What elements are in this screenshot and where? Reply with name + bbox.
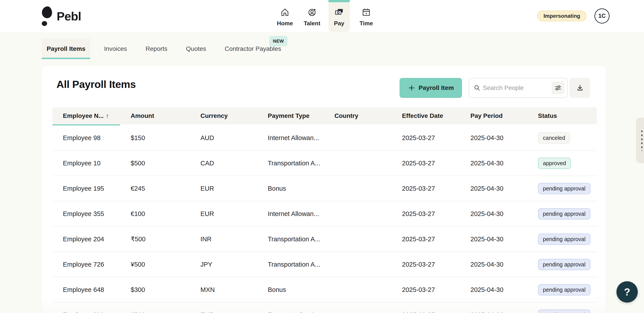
sliders-icon: [554, 84, 562, 92]
amount-cell: €100: [131, 210, 200, 218]
currency-cell: EUR: [200, 185, 268, 192]
employee-name-cell: Employee 648: [63, 286, 131, 294]
add-payroll-item-button[interactable]: Payroll Item: [400, 78, 462, 98]
status-cell: pending approval: [538, 208, 597, 220]
column-header-label: Effective Date: [402, 112, 443, 119]
status-badge: approved: [538, 158, 571, 169]
side-flap-tab[interactable]: [636, 118, 644, 163]
effective-date-cell: 2025-03-27: [402, 312, 470, 313]
effective-date-cell: 2025-03-27: [402, 210, 470, 218]
home-icon: [280, 7, 290, 18]
card-actions: Payroll Item: [400, 78, 590, 98]
search-input[interactable]: [481, 84, 552, 91]
amount-cell: ₹500: [131, 235, 200, 243]
column-header-pay-period[interactable]: Pay Period: [470, 112, 538, 119]
effective-date-cell: 2025-03-27: [402, 236, 470, 243]
payment-type-cell: Bonus: [268, 185, 334, 192]
table-row[interactable]: Employee 648$300MXNBonus2025-03-272025-0…: [52, 277, 597, 303]
table-row[interactable]: Employee 10$500CADTransportation A...202…: [52, 151, 597, 176]
currency-cell: INR: [200, 236, 268, 243]
pebl-logo[interactable]: Pebl: [41, 6, 81, 27]
status-badge: pending approval: [538, 183, 590, 194]
avatar[interactable]: 1C: [594, 8, 610, 23]
column-header-currency[interactable]: Currency: [200, 112, 268, 119]
help-button[interactable]: ?: [616, 281, 638, 303]
payment-type-cell: Bonus: [268, 286, 334, 294]
status-cell: pending approval: [538, 259, 597, 270]
payment-type-cell: Transportation A...: [268, 160, 334, 167]
tab-invoices[interactable]: Invoices: [99, 38, 132, 59]
employee-name-cell: Employee 355: [63, 210, 131, 218]
page-tab-strip: Payroll ItemsInvoicesReportsQuotesContra…: [42, 36, 644, 59]
download-icon: [576, 84, 584, 92]
status-badge: pending approval: [538, 259, 590, 270]
talent-icon: [307, 7, 317, 18]
status-cell: pending approval: [538, 284, 597, 296]
payment-type-cell: Transportation A...: [268, 261, 334, 268]
effective-date-cell: 2025-03-27: [402, 134, 470, 142]
logo-text: Pebl: [57, 10, 81, 22]
column-header-label: Employee N...: [63, 112, 104, 119]
tab-quotes[interactable]: Quotes: [181, 38, 211, 59]
employee-name-cell: Employee 204: [63, 236, 131, 243]
currency-cell: EUR: [200, 210, 268, 218]
column-header-label: Payment Type: [268, 112, 310, 119]
tab-contractor-payables[interactable]: Contractor PayablesNEW: [220, 38, 286, 59]
employee-name-cell: Employee 195: [63, 185, 131, 192]
download-button[interactable]: [570, 78, 590, 98]
nav-label: Talent: [304, 20, 320, 27]
tab-label: Reports: [146, 45, 167, 52]
nav-item-home[interactable]: Home: [274, 0, 296, 32]
pay-icon: [334, 7, 344, 18]
nav-item-talent[interactable]: Talent: [301, 0, 323, 32]
column-header-payment-type[interactable]: Payment Type: [268, 112, 334, 119]
column-header-amount[interactable]: Amount: [131, 112, 200, 119]
table-row[interactable]: Employee 195€245EURBonus2025-03-272025-0…: [52, 176, 597, 201]
impersonating-badge[interactable]: Impersonating: [537, 11, 586, 21]
tab-label: Payroll Items: [47, 45, 85, 52]
table-row[interactable]: Employee 204₹500INRTransportation A...20…: [52, 227, 597, 252]
effective-date-cell: 2025-03-27: [402, 185, 470, 192]
search-box: [469, 78, 568, 98]
pay-period-cell: 2025-04-30: [470, 160, 538, 167]
pay-period-cell: 2025-04-30: [470, 261, 538, 268]
column-header-effective-date[interactable]: Effective Date: [402, 112, 470, 119]
pay-period-cell: 2025-04-30: [470, 134, 538, 142]
table-row[interactable]: Employee 300€500EURTransportation A...20…: [52, 303, 597, 313]
new-badge: NEW: [269, 36, 287, 46]
column-header-label: Amount: [131, 112, 154, 119]
effective-date-cell: 2025-03-27: [402, 160, 470, 167]
status-cell: approved: [538, 158, 597, 169]
column-header-country[interactable]: Country: [334, 112, 402, 119]
status-cell: pending approval: [538, 310, 597, 313]
tab-payroll-items[interactable]: Payroll Items: [42, 38, 90, 59]
status-cell: pending approval: [538, 234, 597, 245]
currency-cell: AUD: [200, 134, 268, 142]
table-header-row: Employee N...↑AmountCurrencyPayment Type…: [52, 107, 597, 124]
amount-cell: $500: [131, 160, 200, 167]
employee-name-cell: Employee 300: [63, 312, 131, 313]
tab-reports[interactable]: Reports: [141, 38, 172, 59]
nav-item-pay[interactable]: Pay: [328, 0, 350, 32]
filter-button[interactable]: [552, 81, 564, 94]
sort-ascending-icon: ↑: [106, 113, 109, 119]
employee-name-cell: Employee 10: [63, 160, 131, 167]
status-badge: pending approval: [538, 208, 590, 220]
status-badge: pending approval: [538, 284, 590, 296]
primary-nav: HomeTalentPayTime: [274, 0, 377, 32]
column-header-employee-n-[interactable]: Employee N...↑: [63, 112, 131, 119]
add-payroll-item-label: Payroll Item: [419, 84, 454, 91]
tabs: Payroll ItemsInvoicesReportsQuotesContra…: [42, 38, 295, 59]
table-row[interactable]: Employee 726¥500JPYTransportation A...20…: [52, 252, 597, 277]
table-row[interactable]: Employee 355€100EURInternet Allowan...20…: [52, 201, 597, 227]
column-header-status[interactable]: Status: [538, 112, 597, 119]
amount-cell: $300: [131, 286, 200, 294]
nav-item-time[interactable]: Time: [356, 0, 377, 32]
currency-cell: MXN: [200, 286, 268, 294]
amount-cell: $150: [131, 134, 200, 142]
status-badge: pending approval: [538, 310, 590, 313]
currency-cell: EUR: [200, 312, 268, 313]
table-row[interactable]: Employee 98$150AUDInternet Allowan...202…: [52, 125, 597, 151]
column-header-label: Currency: [200, 112, 228, 119]
top-bar-right: Impersonating 1C: [537, 0, 610, 32]
